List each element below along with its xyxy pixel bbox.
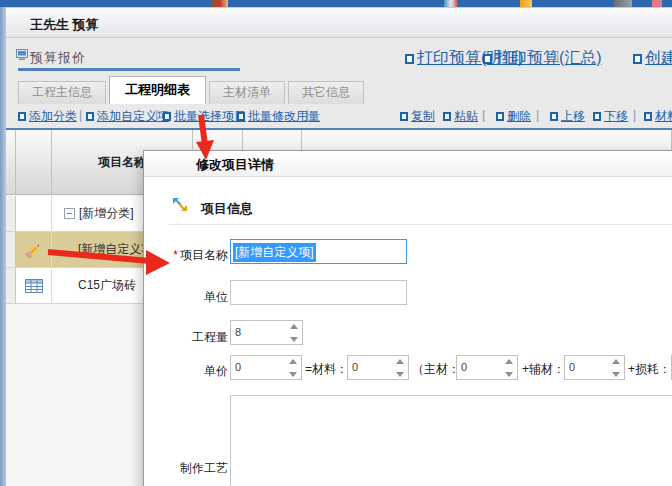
row-gutter bbox=[6, 232, 16, 268]
header-underline bbox=[18, 68, 240, 71]
aux-material-text: +辅材： bbox=[522, 361, 565, 378]
desktop-icon-fragment bbox=[212, 0, 228, 7]
print-icon bbox=[483, 54, 492, 64]
toolbar-separator: | bbox=[155, 108, 158, 122]
required-mark: * bbox=[173, 248, 178, 262]
tree-collapse-icon[interactable]: − bbox=[64, 208, 75, 219]
tab-main-material-list[interactable]: 主材清单 bbox=[209, 81, 285, 104]
desktop-icon-fragment bbox=[520, 0, 532, 7]
tab-other-info[interactable]: 其它信息 bbox=[288, 81, 364, 104]
item-name-input[interactable]: [新增自定义项] bbox=[230, 239, 407, 264]
main-material-text: （主材： bbox=[412, 361, 460, 378]
desktop-icon-fragment bbox=[652, 0, 662, 7]
pencil-edit-icon bbox=[24, 240, 44, 260]
unit-input[interactable] bbox=[230, 280, 407, 305]
main-material-spinner[interactable]: 0 bbox=[456, 355, 518, 380]
toolbar-separator: | bbox=[536, 108, 539, 122]
row-icon-cell bbox=[16, 196, 52, 232]
craft-textarea[interactable] bbox=[230, 395, 672, 486]
move-down-button[interactable]: 下移 bbox=[593, 108, 628, 125]
section-title: 项目信息 bbox=[201, 200, 253, 218]
link-separator: | bbox=[556, 49, 559, 63]
spin-down-icon[interactable] bbox=[505, 372, 513, 377]
row-icon-cell bbox=[16, 232, 52, 268]
budget-quote-icon bbox=[16, 49, 28, 60]
selected-text: [新增自定义项] bbox=[233, 243, 316, 262]
table-header-icon-col bbox=[16, 130, 52, 195]
unit-label: 单位 bbox=[154, 289, 228, 306]
grid-item-icon bbox=[25, 279, 43, 293]
dialog-title: 修改项目详情 bbox=[196, 156, 274, 174]
toolbar-separator: | bbox=[633, 108, 636, 122]
move-up-icon bbox=[550, 112, 558, 121]
tab-bar: 工程主信息 工程明细表 主材清单 其它信息 bbox=[18, 76, 367, 104]
craft-label: 制作工艺 bbox=[154, 460, 228, 477]
create-icon bbox=[633, 54, 642, 64]
spin-up-icon[interactable] bbox=[289, 359, 297, 364]
row-icon-cell bbox=[16, 268, 52, 304]
tab-project-main-info[interactable]: 工程主信息 bbox=[18, 81, 106, 104]
move-down-icon bbox=[593, 112, 601, 121]
spin-up-icon[interactable] bbox=[505, 359, 513, 364]
tab-project-detail-table[interactable]: 工程明细表 bbox=[109, 76, 206, 104]
print-icon bbox=[405, 54, 414, 64]
toolbar-separator: | bbox=[482, 108, 485, 122]
row-gutter bbox=[6, 196, 16, 232]
desktop-icon-fragment bbox=[614, 0, 632, 7]
batch-icon bbox=[237, 112, 245, 121]
quantity-spinner[interactable]: 8 bbox=[230, 320, 303, 345]
create-link[interactable]: 创建 bbox=[633, 48, 672, 69]
toolbar-separator: | bbox=[306, 108, 309, 122]
material-button[interactable]: 材料 bbox=[644, 108, 672, 125]
add-icon bbox=[86, 112, 94, 121]
batch-select-items-button[interactable]: 批量选择项目 bbox=[163, 108, 246, 125]
desktop-background bbox=[0, 0, 672, 7]
toolbar-separator: | bbox=[79, 108, 82, 122]
desktop-icon-fragment bbox=[444, 0, 458, 7]
material-icon bbox=[644, 112, 652, 121]
quantity-label: 工程量 bbox=[154, 329, 228, 346]
section-divider bbox=[169, 224, 672, 225]
add-icon bbox=[18, 112, 26, 121]
spin-down-icon[interactable] bbox=[289, 372, 297, 377]
table-header-gutter bbox=[6, 130, 16, 195]
unit-price-spinner[interactable]: 0 bbox=[230, 355, 302, 380]
section-arrows-icon bbox=[172, 197, 188, 212]
material-eq-text: =材料： bbox=[305, 361, 348, 378]
paste-icon bbox=[443, 112, 451, 121]
paste-button[interactable]: 粘贴 bbox=[443, 108, 478, 125]
row-gutter bbox=[6, 268, 16, 304]
aux-material-spinner[interactable]: 0 bbox=[564, 355, 625, 380]
window-titlebar[interactable]: 王先生 预算 bbox=[6, 8, 672, 38]
spin-up-icon[interactable] bbox=[612, 359, 620, 364]
edit-item-dialog: 修改项目详情 项目信息 *项目名称 [新增自定义项] 单位 工程量 8 单价 0… bbox=[143, 150, 672, 486]
add-category-button[interactable]: 添加分类 bbox=[18, 108, 77, 125]
copy-button[interactable]: 复制 bbox=[400, 108, 435, 125]
delete-button[interactable]: 删除 bbox=[496, 108, 531, 125]
item-name-label: *项目名称 bbox=[154, 247, 228, 264]
delete-icon bbox=[496, 112, 504, 121]
dialog-titlebar[interactable]: 修改项目详情 bbox=[144, 151, 672, 177]
spin-down-icon[interactable] bbox=[612, 372, 620, 377]
material-spinner[interactable]: 0 bbox=[347, 355, 409, 380]
batch-icon bbox=[163, 112, 171, 121]
move-up-button[interactable]: 上移 bbox=[550, 108, 585, 125]
print-budget-summary-link[interactable]: 打印预算(汇总) bbox=[483, 48, 602, 69]
spin-up-icon[interactable] bbox=[290, 324, 298, 329]
unit-price-label: 单价 bbox=[154, 363, 228, 380]
spin-down-icon[interactable] bbox=[396, 372, 404, 377]
spin-down-icon[interactable] bbox=[290, 337, 298, 342]
loss-text: +损耗： bbox=[628, 361, 671, 378]
window-title: 王先生 预算 bbox=[30, 16, 99, 34]
copy-icon bbox=[400, 112, 408, 121]
page-title: 预算报价 bbox=[30, 49, 86, 67]
spin-up-icon[interactable] bbox=[396, 359, 404, 364]
